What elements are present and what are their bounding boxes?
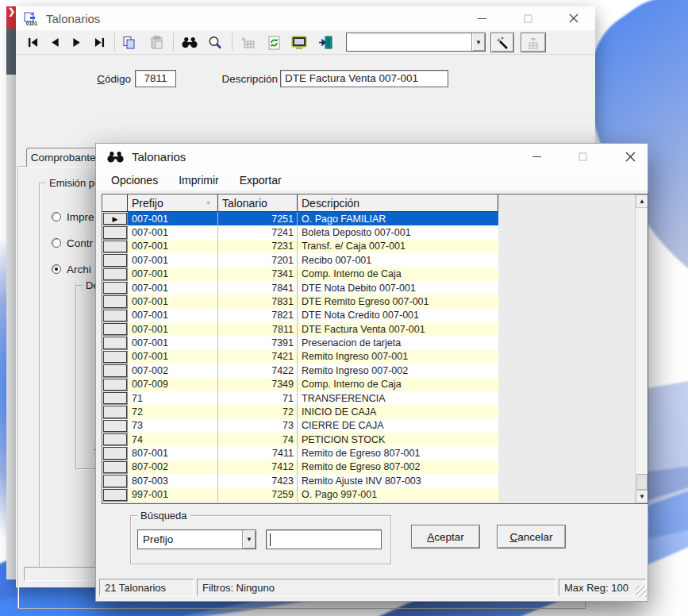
grid-cell[interactable]: 72	[218, 405, 298, 418]
grid-header-talonario[interactable]: Talonario	[218, 194, 298, 212]
grid-row[interactable]: 007-0097349Comp. Interno de Caja	[102, 378, 648, 391]
grid-cell[interactable]: 807-003	[128, 474, 218, 487]
form-maximize-button[interactable]	[516, 6, 540, 30]
grid-cell[interactable]: 807-002	[128, 460, 218, 474]
grid-cell[interactable]: 007-001	[128, 322, 218, 336]
grid-cell[interactable]: 007-002	[128, 364, 218, 377]
grid-cell[interactable]: 007-009	[128, 378, 218, 391]
grid-cell[interactable]: 807-001	[128, 446, 218, 460]
codigo-input[interactable]: 7811	[135, 70, 176, 87]
grid-cell[interactable]: 71	[218, 391, 298, 405]
grid-cell[interactable]: 007-001	[128, 350, 218, 364]
busqueda-combo-dropdown-icon[interactable]: ▼	[242, 530, 256, 549]
grid-cell[interactable]: 7423	[218, 474, 298, 487]
grid-cell[interactable]: Remito Ajuste INV 807-003	[298, 474, 498, 487]
grid-cell[interactable]: Presenacion de tarjeta	[298, 336, 498, 349]
last-record-button[interactable]	[89, 33, 110, 52]
grid-row[interactable]: 007-0017821DTE Nota Credito 007-001	[102, 309, 648, 322]
menu-exportar[interactable]: Exportar	[231, 171, 290, 189]
paste-button[interactable]	[146, 33, 167, 52]
grid-row[interactable]: 997-0017259O. Pago 997-001	[102, 488, 648, 502]
row-selector-cell[interactable]	[102, 391, 128, 405]
scroll-thumb[interactable]	[636, 474, 648, 490]
grid-row[interactable]: 007-0017241Boleta Deposito 007-001	[102, 225, 648, 239]
radio-impresora[interactable]	[52, 212, 61, 221]
grid-cell[interactable]: CIERRE DE CAJA	[298, 419, 498, 433]
row-selector-cell[interactable]	[102, 364, 128, 377]
grid-row[interactable]: 807-0037423Remito Ajuste INV 807-003	[102, 474, 648, 487]
scroll-up-button[interactable]: ▲	[636, 194, 648, 208]
tab-comprobantes[interactable]: Comprobantes	[26, 148, 106, 167]
grid-row[interactable]: 007-0017811DTE Factura Venta 007-001	[102, 322, 648, 336]
grid-cell[interactable]: 7341	[218, 268, 298, 281]
grid-cell[interactable]: Recibo 007-001	[298, 253, 498, 267]
grid-cell[interactable]: 007-001	[128, 240, 218, 253]
grid-row[interactable]: 007-0017341Comp. Interno de Caja	[102, 268, 648, 281]
form-close-button[interactable]	[560, 6, 587, 30]
row-selector-cell[interactable]	[102, 253, 128, 267]
grid-cell[interactable]: 7349	[218, 378, 298, 391]
row-selector-cell[interactable]	[102, 488, 128, 502]
row-selector-cell[interactable]	[102, 405, 128, 418]
busqueda-field-combo[interactable]: Prefijo ▼	[137, 529, 256, 549]
grid-cell[interactable]: Boleta Deposito 007-001	[298, 225, 498, 239]
grid-cell[interactable]: Comp. Interno de Caja	[298, 268, 498, 281]
grid-row[interactable]: 7171TRANSFERENCIA	[102, 391, 648, 405]
grid-cell[interactable]: 007-001	[128, 281, 218, 295]
grid-cell[interactable]: Remito de Egreso 807-001	[298, 446, 498, 460]
grid-cell[interactable]: DTE Nota Credito 007-001	[298, 309, 498, 322]
row-selector-cell[interactable]	[102, 350, 128, 364]
grid-row[interactable]: 007-0017831DTE Remito Egreso 007-001	[102, 295, 648, 308]
grid-cell[interactable]: 7412	[218, 460, 298, 474]
grid-row[interactable]: 7272INICIO DE CAJA	[102, 405, 648, 418]
grid-cell[interactable]: 007-001	[128, 295, 218, 308]
grid-cell[interactable]: 74	[218, 433, 298, 446]
row-selector-cell[interactable]	[102, 309, 128, 322]
radio-controlador[interactable]	[52, 238, 61, 248]
row-selector-cell[interactable]: ▶	[102, 212, 128, 225]
grid-cell[interactable]: 7831	[218, 295, 298, 308]
grid-row[interactable]: 807-0017411Remito de Egreso 807-001	[102, 446, 648, 460]
grid-cell[interactable]: DTE Nota Debito 007-001	[298, 281, 498, 295]
row-selector-cell[interactable]	[102, 419, 128, 433]
row-selector-cell[interactable]	[102, 268, 128, 281]
grid-cell[interactable]: INICIO DE CAJA	[298, 405, 498, 418]
cancelar-button[interactable]: Cancelar	[497, 525, 566, 549]
row-selector-cell[interactable]	[102, 378, 128, 391]
grid-cell[interactable]: 007-001	[128, 225, 218, 239]
grid-cell[interactable]: 7821	[218, 309, 298, 322]
grid-cell[interactable]: 7811	[218, 322, 298, 336]
grid-cell[interactable]: 007-001	[128, 336, 218, 349]
grid-cell[interactable]: Remito Ingreso 007-002	[298, 364, 498, 377]
grid-cell[interactable]: 007-001	[128, 212, 218, 225]
grid-cell[interactable]: 7422	[218, 364, 298, 377]
grid-cell[interactable]: Remito de Egreso 807-002	[298, 460, 498, 474]
grid-cell[interactable]: TRANSFERENCIA	[298, 391, 498, 405]
grid-header-descripcion[interactable]: Descripción	[298, 194, 498, 212]
form-titlebar[interactable]: 0101 Talonarios	[16, 6, 595, 30]
copy-button[interactable]	[119, 33, 140, 52]
row-selector-cell[interactable]	[102, 295, 128, 308]
grid-cell[interactable]: 997-001	[128, 488, 218, 502]
grid-row[interactable]: 007-0017201Recibo 007-001	[102, 253, 648, 267]
search-titlebar[interactable]: Talonarios	[96, 144, 648, 169]
scroll-down-button[interactable]: ▼	[636, 490, 648, 503]
grid-cell[interactable]: 007-001	[128, 253, 218, 267]
grid-row[interactable]: 007-0017391Presenacion de tarjeta	[102, 336, 648, 349]
grid-row[interactable]: 7373CIERRE DE CAJA	[102, 419, 648, 433]
busqueda-search-input[interactable]	[266, 529, 382, 549]
descripcion-input[interactable]: DTE Factura Venta 007-001	[280, 70, 448, 87]
row-selector-cell[interactable]	[102, 225, 128, 239]
aceptar-button[interactable]: Aceptar	[411, 525, 480, 549]
grid-cell[interactable]: 7231	[218, 240, 298, 253]
row-selector-cell[interactable]	[102, 433, 128, 446]
grid-cell[interactable]: Comp. Interno de Caja	[298, 378, 498, 391]
grid-dropdown-button[interactable]	[521, 33, 546, 52]
grid-cell[interactable]: O. Pago 997-001	[298, 488, 498, 502]
grid-cell[interactable]: 7259	[218, 488, 298, 502]
row-selector-cell[interactable]	[102, 240, 128, 253]
grid-row[interactable]: 7474PETICION STOCK	[102, 433, 648, 446]
grid-cell[interactable]: 71	[128, 391, 218, 405]
grid-row[interactable]: 007-0017421Remito Ingreso 007-001	[102, 350, 648, 364]
menu-opciones[interactable]: Opciones	[102, 171, 167, 189]
